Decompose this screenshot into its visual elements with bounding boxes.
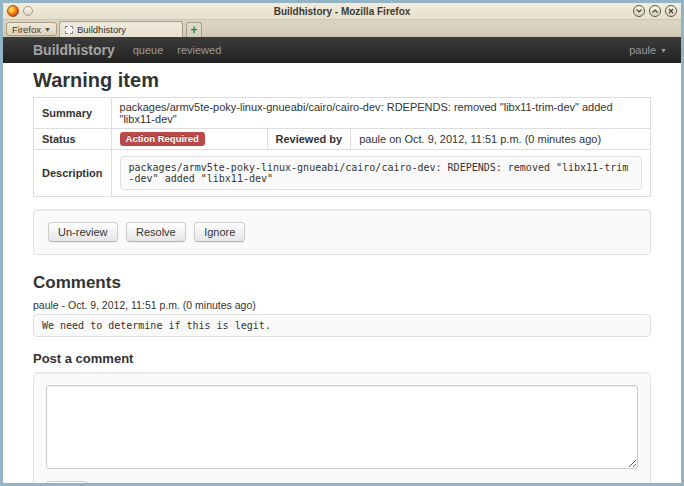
description-row: Description packages/armv5te-poky-linux-… [34, 150, 651, 197]
resolve-button[interactable]: Resolve [126, 222, 186, 242]
reviewed-by-value: paule on Oct. 9, 2012, 11:51 p.m. (0 min… [351, 129, 651, 150]
ignore-button[interactable]: Ignore [194, 222, 245, 242]
window-controls [633, 5, 677, 17]
navbar-brand[interactable]: Buildhistory [33, 42, 115, 58]
summary-label: Summary [34, 98, 112, 129]
comment-body: We need to determine if this is legit. [33, 314, 651, 337]
user-menu-label: paule [629, 44, 656, 56]
favicon-placeholder-icon [65, 26, 73, 34]
description-label: Description [34, 150, 112, 197]
summary-row: Summary packages/armv5te-poky-linux-gnue… [34, 98, 651, 129]
nav-link-queue[interactable]: queue [133, 44, 164, 56]
close-icon [668, 8, 674, 14]
browser-tab-buildhistory[interactable]: Buildhistory [59, 21, 183, 37]
firefox-menu-button[interactable]: Firefox ▼ [6, 22, 57, 36]
comments-heading: Comments [33, 273, 651, 293]
window-title: Buildhistory - Mozilla Firefox [3, 3, 681, 20]
window-maximize-button[interactable] [649, 5, 661, 17]
app-navbar: Buildhistory queue reviewed paule ▼ [3, 37, 681, 63]
un-review-button[interactable]: Un-review [48, 222, 118, 242]
window-close-button[interactable] [665, 5, 677, 17]
new-tab-button[interactable]: + [186, 22, 202, 37]
nav-link-reviewed[interactable]: reviewed [177, 44, 221, 56]
page-container: Warning item Summary packages/armv5te-po… [3, 69, 681, 483]
post-comment-panel: Post [33, 372, 651, 483]
comment-meta: paule - Oct. 9, 2012, 11:51 p.m. (0 minu… [33, 299, 651, 311]
actions-panel: Un-review Resolve Ignore [33, 209, 651, 255]
summary-value: packages/armv5te-poky-linux-gnueabi/cair… [111, 98, 650, 129]
status-cell: Action Required [111, 129, 267, 150]
window-titlebar: Buildhistory - Mozilla Firefox [3, 3, 681, 20]
comment-item: paule - Oct. 9, 2012, 11:51 p.m. (0 minu… [33, 299, 651, 337]
status-row: Status Action Required Reviewed by paule… [34, 129, 651, 150]
comment-input[interactable] [46, 385, 638, 469]
post-button[interactable]: Post [46, 481, 88, 483]
page-viewport: Warning item Summary packages/armv5te-po… [3, 63, 681, 483]
browser-window: Buildhistory - Mozilla Firefox Firefox ▼… [0, 0, 684, 486]
user-menu[interactable]: paule ▼ [629, 44, 667, 56]
post-button-row: Post [46, 481, 638, 483]
chevron-down-icon: ▼ [44, 26, 51, 33]
description-code: packages/armv5te-poky-linux-gnueabi/cair… [120, 156, 642, 190]
description-cell: packages/armv5te-poky-linux-gnueabi/cair… [111, 150, 650, 197]
chevron-down-icon: ▼ [660, 47, 667, 54]
warning-detail-table: Summary packages/armv5te-poky-linux-gnue… [33, 97, 651, 197]
window-shade-button[interactable] [633, 5, 645, 17]
status-badge: Action Required [120, 132, 205, 146]
chevron-down-icon [636, 9, 642, 13]
reviewed-by-label: Reviewed by [267, 129, 351, 150]
post-comment-heading: Post a comment [33, 351, 651, 366]
status-label: Status [34, 129, 112, 150]
chevron-up-icon [652, 9, 658, 13]
tab-title: Buildhistory [77, 24, 126, 35]
page-title: Warning item [33, 69, 651, 92]
browser-tabstrip: Firefox ▼ Buildhistory + [3, 20, 681, 37]
firefox-menu-label: Firefox [12, 24, 41, 35]
